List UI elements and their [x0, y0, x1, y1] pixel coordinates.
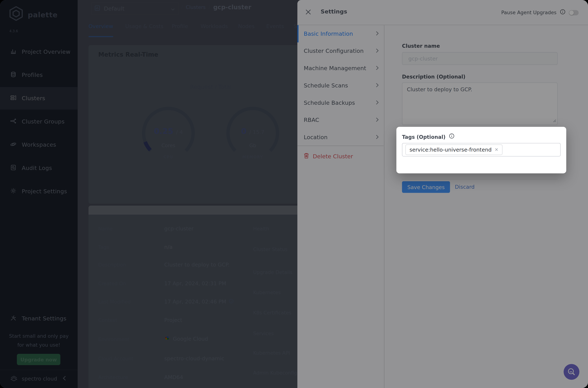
- tag-chip-label: service:hello-universe-frontend: [409, 147, 492, 153]
- remove-tag-icon[interactable]: ✕: [495, 147, 498, 152]
- app-window: palette 4.3.6 Project Overview Profiles …: [0, 0, 588, 388]
- tags-input[interactable]: service:hello-universe-frontend ✕: [402, 143, 561, 156]
- tag-chip: service:hello-universe-frontend ✕: [406, 145, 503, 155]
- info-icon[interactable]: [449, 133, 454, 140]
- tags-label: Tags (Optional): [402, 134, 446, 140]
- screen: palette 4.3.6 Project Overview Profiles …: [0, 0, 588, 388]
- spotlight-overlay: [0, 0, 588, 388]
- tags-spotlight-card: Tags (Optional) service:hello-universe-f…: [396, 127, 566, 173]
